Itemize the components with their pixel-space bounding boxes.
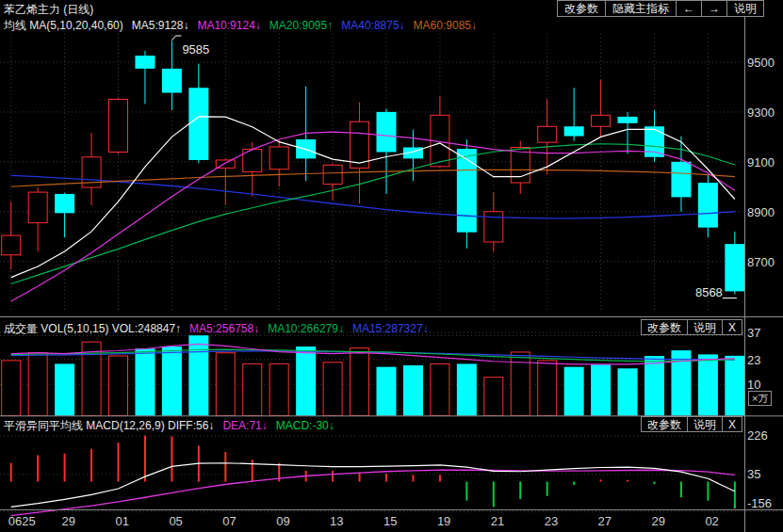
macd-toolbar: 改参数 说明 X [642,416,742,432]
date-axis-label: 01 [116,514,129,528]
macd-axis-label: 226 [747,428,768,443]
indicator-label: MA10:266279↓ [268,322,344,335]
indicator-label: MA60:9085↓ [414,19,477,32]
indicator-label: MA5:256758↓ [189,322,259,335]
indicator-label: MA20:9095↑ [269,19,333,32]
arrow-left-icon[interactable]: ← [676,0,702,17]
header-toolbar: 改参数 隐藏主指标 ← → 说明 [558,0,764,17]
macd-indicator-row: 平滑异同平均线 MACD(12,26,9) DIFF:56↓DEA:71↓MAC… [4,418,343,434]
indicator-label: MA40:8875↓ [341,19,404,32]
help-button[interactable]: 说明 [687,416,723,432]
price-axis-label: 8900 [747,205,775,219]
volume-toolbar: 改参数 说明 X [642,319,742,335]
macd-axis-label: 35 [747,467,760,481]
volume-indicator-row: 成交量 VOL(5,10,15) VOL:248847↑MA5:256758↓M… [4,321,437,337]
page-title: 苯乙烯主力 (日线) [4,2,93,18]
date-axis-label: 05 [169,514,182,528]
indicator-label: 成交量 VOL(5,10,15) VOL:248847↑ [4,322,181,335]
high-annotation: 9585 [182,42,209,56]
price-axis-label: 8700 [747,255,775,269]
date-axis-label: 21 [491,514,504,528]
macd-axis-label: -156 [747,496,772,510]
date-axis-label: 15 [383,514,397,528]
date-axis-label: 0625 [8,514,36,528]
volume-axis-label: 37 [747,326,760,340]
date-axis-label: 07 [222,514,236,528]
price-axis-label: 9300 [747,105,775,120]
indicator-label: 均线 MA(5,10,20,40,60) [4,19,123,32]
change-params-button[interactable]: 改参数 [641,416,688,432]
indicator-label: MA5:9128↓ [132,19,189,32]
volume-unit-label: ×万 [748,391,772,406]
top-bar: 苯乙烯主力 (日线) 改参数 隐藏主指标 ← → 说明 [0,0,783,17]
indicator-label: MA15:287327↓ [352,322,429,335]
date-axis-label: 29 [62,514,75,528]
volume-axis-label: 10 [747,378,760,392]
help-button[interactable]: 说明 [726,0,764,17]
date-axis-label: 13 [330,514,343,528]
date-axis-label: 27 [598,514,612,528]
indicator-label: MA10:9124↓ [197,19,260,32]
price-axis-label: 9500 [747,56,775,70]
date-axis-label: 02 [705,514,718,528]
hide-main-indicator-button[interactable]: 隐藏主指标 [605,0,677,17]
trading-terminal-window: 95858568 苯乙烯主力 (日线) 改参数 隐藏主指标 ← → 说明 均线 … [0,0,783,532]
low-annotation: 8568 [695,285,723,299]
help-button[interactable]: 说明 [687,319,723,335]
arrow-right-icon[interactable]: → [701,0,727,17]
close-icon[interactable]: X [722,416,742,432]
volume-axis-label: 23 [747,353,760,367]
indicator-label: 平滑异同平均线 MACD(12,26,9) DIFF:56↓ [4,419,214,432]
ma-indicator-row: 均线 MA(5,10,20,40,60)MA5:9128↓MA10:9124↓M… [4,18,485,34]
chart-canvas[interactable]: 95858568 [0,0,783,532]
change-params-button[interactable]: 改参数 [641,319,688,335]
change-params-button[interactable]: 改参数 [557,0,606,17]
indicator-label: MACD:-30↓ [276,419,334,432]
date-axis-label: 09 [276,514,289,528]
indicator-label: DEA:71↓ [222,419,267,432]
date-axis-label: 19 [437,514,450,528]
date-axis-label: 23 [545,514,558,528]
price-axis-label: 9100 [747,155,775,169]
close-icon[interactable]: X [722,319,742,335]
date-axis-label: 29 [652,514,665,528]
